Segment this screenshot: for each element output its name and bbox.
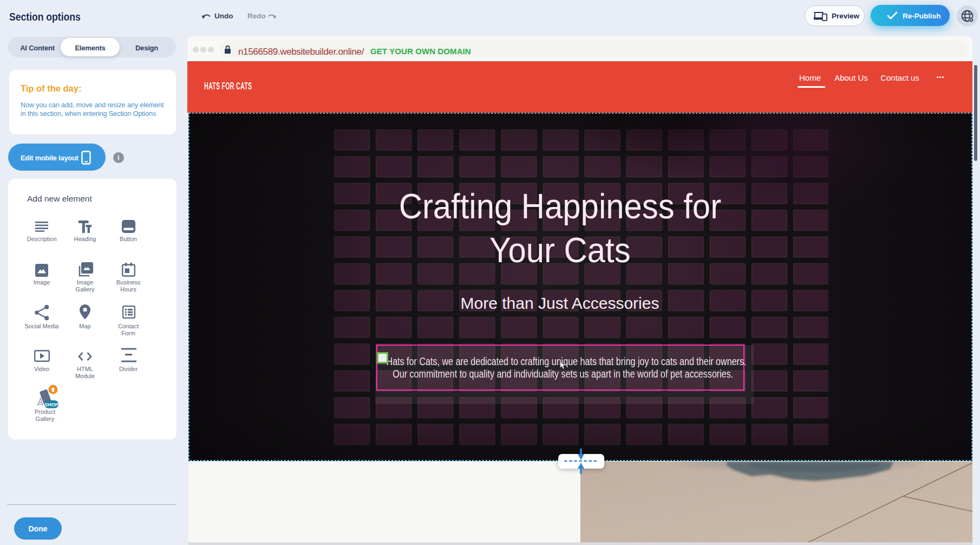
svg-text:SHOP: SHOP: [44, 402, 58, 407]
